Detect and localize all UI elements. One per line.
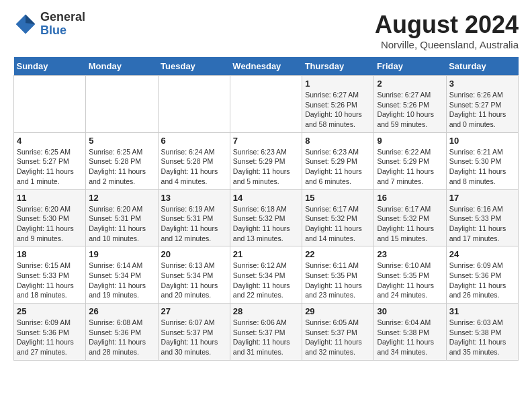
calendar-cell: 28Sunrise: 6:06 AMSunset: 5:37 PMDayligh… (230, 304, 302, 361)
page-header: General Blue August 2024 Norville, Queen… (13, 11, 519, 50)
day-info: Sunrise: 6:13 AMSunset: 5:34 PMDaylight:… (161, 261, 227, 300)
day-number: 29 (305, 306, 371, 316)
day-info: Sunrise: 6:05 AMSunset: 5:37 PMDaylight:… (305, 318, 371, 357)
day-number: 14 (233, 193, 299, 203)
calendar-table: SundayMondayTuesdayWednesdayThursdayFrid… (13, 57, 519, 361)
day-number: 31 (449, 306, 515, 316)
day-info: Sunrise: 6:04 AMSunset: 5:38 PMDaylight:… (377, 318, 443, 357)
day-number: 2 (377, 79, 443, 89)
column-header-thursday: Thursday (302, 57, 374, 76)
calendar-cell: 24Sunrise: 6:09 AMSunset: 5:36 PMDayligh… (446, 246, 518, 304)
logo-blue: Blue (40, 24, 85, 38)
day-info: Sunrise: 6:27 AMSunset: 5:26 PMDaylight:… (377, 90, 443, 130)
day-number: 8 (305, 136, 371, 146)
calendar-cell: 12Sunrise: 6:20 AMSunset: 5:31 PMDayligh… (86, 189, 158, 246)
day-info: Sunrise: 6:12 AMSunset: 5:34 PMDaylight:… (233, 261, 299, 300)
calendar-cell: 2Sunrise: 6:27 AMSunset: 5:26 PMDaylight… (374, 76, 446, 133)
day-number: 28 (233, 306, 299, 316)
day-info: Sunrise: 6:21 AMSunset: 5:30 PMDaylight:… (449, 147, 515, 187)
column-header-tuesday: Tuesday (158, 57, 230, 76)
calendar-week-1: 1Sunrise: 6:27 AMSunset: 5:26 PMDaylight… (14, 76, 519, 133)
day-number: 30 (377, 306, 443, 316)
calendar-cell: 11Sunrise: 6:20 AMSunset: 5:30 PMDayligh… (14, 189, 86, 246)
day-info: Sunrise: 6:26 AMSunset: 5:27 PMDaylight:… (449, 90, 515, 130)
day-number: 3 (449, 79, 515, 89)
column-header-friday: Friday (374, 57, 446, 76)
day-info: Sunrise: 6:08 AMSunset: 5:36 PMDaylight:… (89, 318, 154, 357)
day-number: 20 (161, 249, 227, 259)
day-info: Sunrise: 6:23 AMSunset: 5:29 PMDaylight:… (305, 147, 371, 187)
day-info: Sunrise: 6:15 AMSunset: 5:33 PMDaylight:… (17, 261, 83, 300)
calendar-cell: 5Sunrise: 6:25 AMSunset: 5:28 PMDaylight… (86, 132, 158, 189)
calendar-cell: 13Sunrise: 6:19 AMSunset: 5:31 PMDayligh… (158, 189, 230, 246)
day-number: 17 (449, 193, 515, 203)
calendar-cell: 7Sunrise: 6:23 AMSunset: 5:29 PMDaylight… (230, 132, 302, 189)
day-number: 5 (89, 136, 154, 146)
calendar-header-row: SundayMondayTuesdayWednesdayThursdayFrid… (14, 57, 519, 76)
calendar-cell: 21Sunrise: 6:12 AMSunset: 5:34 PMDayligh… (230, 246, 302, 304)
day-number: 26 (89, 306, 154, 316)
calendar-week-2: 4Sunrise: 6:25 AMSunset: 5:27 PMDaylight… (14, 132, 519, 189)
day-info: Sunrise: 6:24 AMSunset: 5:28 PMDaylight:… (161, 147, 227, 187)
day-number: 12 (89, 193, 154, 203)
calendar-cell: 30Sunrise: 6:04 AMSunset: 5:38 PMDayligh… (374, 304, 446, 361)
day-info: Sunrise: 6:20 AMSunset: 5:30 PMDaylight:… (17, 204, 83, 244)
calendar-cell: 17Sunrise: 6:16 AMSunset: 5:33 PMDayligh… (446, 189, 518, 246)
calendar-cell: 1Sunrise: 6:27 AMSunset: 5:26 PMDaylight… (302, 76, 374, 133)
day-number: 18 (17, 249, 83, 259)
logo-general: General (40, 11, 85, 24)
calendar-cell: 9Sunrise: 6:22 AMSunset: 5:29 PMDaylight… (374, 132, 446, 189)
day-info: Sunrise: 6:09 AMSunset: 5:36 PMDaylight:… (17, 318, 83, 357)
calendar-cell: 8Sunrise: 6:23 AMSunset: 5:29 PMDaylight… (302, 132, 374, 189)
calendar-cell: 23Sunrise: 6:10 AMSunset: 5:35 PMDayligh… (374, 246, 446, 304)
calendar-week-5: 25Sunrise: 6:09 AMSunset: 5:36 PMDayligh… (14, 304, 519, 361)
day-info: Sunrise: 6:25 AMSunset: 5:28 PMDaylight:… (89, 147, 154, 187)
page-subtitle: Norville, Queensland, Australia (375, 39, 519, 50)
day-number: 13 (161, 193, 227, 203)
day-info: Sunrise: 6:19 AMSunset: 5:31 PMDaylight:… (161, 204, 227, 244)
day-number: 7 (233, 136, 299, 146)
day-number: 15 (305, 193, 371, 203)
day-info: Sunrise: 6:06 AMSunset: 5:37 PMDaylight:… (233, 318, 299, 357)
day-number: 27 (161, 306, 227, 316)
column-header-monday: Monday (86, 57, 158, 76)
column-header-sunday: Sunday (14, 57, 86, 76)
day-number: 19 (89, 249, 154, 259)
page-title: August 2024 (375, 11, 519, 39)
day-number: 25 (17, 306, 83, 316)
day-info: Sunrise: 6:10 AMSunset: 5:35 PMDaylight:… (377, 261, 443, 300)
calendar-cell (230, 76, 302, 133)
day-info: Sunrise: 6:25 AMSunset: 5:27 PMDaylight:… (17, 147, 83, 187)
calendar-cell: 10Sunrise: 6:21 AMSunset: 5:30 PMDayligh… (446, 132, 518, 189)
calendar-cell: 25Sunrise: 6:09 AMSunset: 5:36 PMDayligh… (14, 304, 86, 361)
column-header-wednesday: Wednesday (230, 57, 302, 76)
day-info: Sunrise: 6:23 AMSunset: 5:29 PMDaylight:… (233, 147, 299, 187)
calendar-cell: 3Sunrise: 6:26 AMSunset: 5:27 PMDaylight… (446, 76, 518, 133)
logo-icon (13, 12, 38, 36)
day-number: 10 (449, 136, 515, 146)
day-info: Sunrise: 6:03 AMSunset: 5:38 PMDaylight:… (449, 318, 515, 357)
calendar-week-3: 11Sunrise: 6:20 AMSunset: 5:30 PMDayligh… (14, 189, 519, 246)
calendar-cell (158, 76, 230, 133)
calendar-cell: 29Sunrise: 6:05 AMSunset: 5:37 PMDayligh… (302, 304, 374, 361)
day-number: 24 (449, 249, 515, 259)
day-info: Sunrise: 6:20 AMSunset: 5:31 PMDaylight:… (89, 204, 154, 244)
logo-text: General Blue (40, 11, 85, 38)
day-info: Sunrise: 6:09 AMSunset: 5:36 PMDaylight:… (449, 261, 515, 300)
calendar-cell: 19Sunrise: 6:14 AMSunset: 5:34 PMDayligh… (86, 246, 158, 304)
day-info: Sunrise: 6:07 AMSunset: 5:37 PMDaylight:… (161, 318, 227, 357)
day-number: 6 (161, 136, 227, 146)
calendar-cell: 16Sunrise: 6:17 AMSunset: 5:32 PMDayligh… (374, 189, 446, 246)
day-number: 23 (377, 249, 443, 259)
calendar-cell: 22Sunrise: 6:11 AMSunset: 5:35 PMDayligh… (302, 246, 374, 304)
calendar-cell (86, 76, 158, 133)
day-info: Sunrise: 6:22 AMSunset: 5:29 PMDaylight:… (377, 147, 443, 187)
calendar-cell: 6Sunrise: 6:24 AMSunset: 5:28 PMDaylight… (158, 132, 230, 189)
day-info: Sunrise: 6:27 AMSunset: 5:26 PMDaylight:… (305, 90, 371, 130)
calendar-week-4: 18Sunrise: 6:15 AMSunset: 5:33 PMDayligh… (14, 246, 519, 304)
calendar-cell (14, 76, 86, 133)
day-info: Sunrise: 6:17 AMSunset: 5:32 PMDaylight:… (305, 204, 371, 244)
day-number: 9 (377, 136, 443, 146)
day-info: Sunrise: 6:16 AMSunset: 5:33 PMDaylight:… (449, 204, 515, 244)
day-number: 16 (377, 193, 443, 203)
